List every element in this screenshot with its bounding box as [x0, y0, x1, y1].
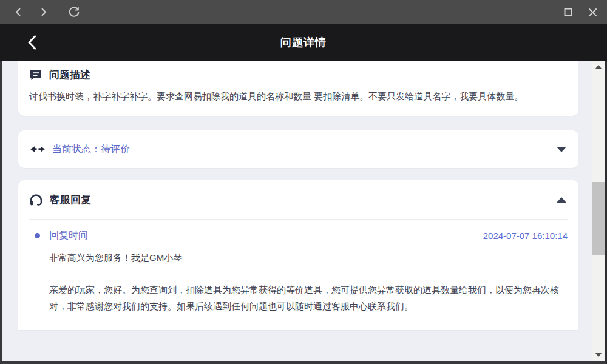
reply-card: 客服回复 回复时间 2024-07-07 16:10:14 非常高兴为您服务！我…: [18, 180, 578, 330]
reply-body: 亲爱的玩家，您好。为您查询到，扣除道具为您异常获得的等价道具，您可提供您异常获取…: [49, 281, 568, 314]
scrollbar-down-button[interactable]: [592, 350, 605, 360]
scroll-down-icon: [595, 353, 602, 357]
vertical-scrollbar[interactable]: [592, 61, 605, 361]
refresh-button[interactable]: [66, 4, 83, 21]
back-arrow-icon: [25, 35, 39, 50]
browser-forward-button[interactable]: [35, 4, 52, 21]
maximize-button[interactable]: [560, 4, 577, 21]
status-label: 当前状态：待评价: [52, 143, 130, 156]
chevron-right-icon: [39, 7, 49, 17]
titlebar: [0, 0, 607, 24]
close-button[interactable]: [584, 4, 601, 21]
chevron-left-icon: [13, 7, 23, 17]
reply-timestamp: 2024-07-07 16:10:14: [483, 231, 568, 241]
app-header: 问题详情: [0, 24, 607, 61]
content-frame: 问题描述 讨伐书换时装，补字补字补字。要求查网易扣除我的道具的名称和数量 要扣除…: [0, 61, 607, 364]
scroll-area: 问题描述 讨伐书换时装，补字补字补字。要求查网易扣除我的道具的名称和数量 要扣除…: [2, 61, 592, 361]
reply-card-header[interactable]: 客服回复: [18, 180, 578, 219]
collapse-caret-icon[interactable]: [557, 197, 566, 203]
headset-icon: [29, 194, 43, 207]
page-back-button[interactable]: [22, 32, 42, 53]
description-card: 问题描述 讨伐书换时装，补字补字补字。要求查网易扣除我的道具的名称和数量 要扣除…: [18, 61, 578, 116]
timeline-dot: [35, 233, 40, 238]
status-card[interactable]: 当前状态：待评价: [18, 130, 578, 168]
reply-time-label: 回复时间: [49, 229, 88, 242]
double-arrow-icon: [30, 146, 45, 153]
speech-bubble-icon: [29, 69, 42, 81]
description-body: 讨伐书换时装，补字补字补字。要求查网易扣除我的道具的名称和数量 要扣除清单。不要…: [29, 87, 568, 105]
close-icon: [588, 7, 598, 18]
expand-caret-icon[interactable]: [557, 147, 566, 152]
reply-entry: 回复时间 2024-07-07 16:10:14 非常高兴为您服务！我是GM小琴…: [18, 220, 578, 314]
browser-back-button[interactable]: [10, 4, 27, 21]
reply-title: 客服回复: [50, 193, 91, 207]
reply-greeting: 非常高兴为您服务！我是GM小琴: [49, 249, 568, 266]
app-window: 问题详情 问题描述 讨伐书换时装，补字补字补字。要求查网易扣除我的道具的名称和数…: [0, 0, 607, 364]
refresh-icon: [68, 6, 80, 18]
scrollbar-thumb[interactable]: [592, 182, 605, 255]
scroll-up-icon: [595, 65, 602, 69]
page-title: 问题详情: [280, 35, 327, 50]
description-title: 问题描述: [49, 68, 90, 82]
scrollbar-up-button[interactable]: [592, 62, 605, 72]
timeline-line: [39, 243, 39, 326]
maximize-icon: [563, 7, 573, 17]
